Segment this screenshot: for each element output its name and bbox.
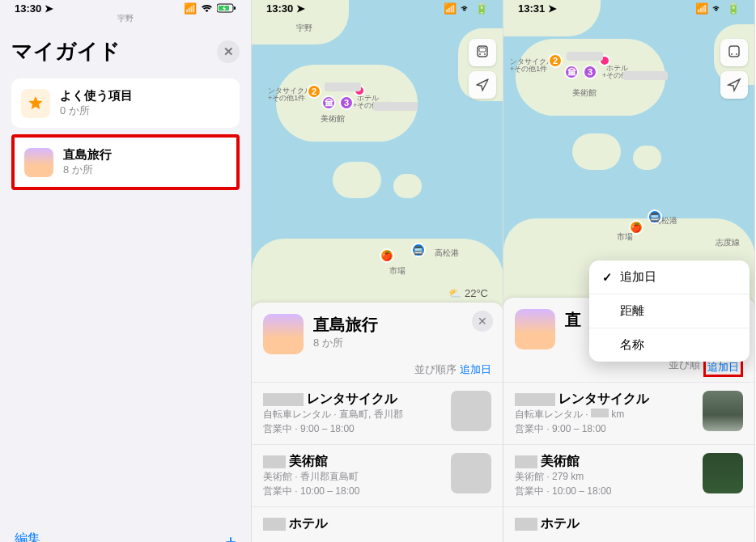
- place-meta: 自転車レンタル · km: [515, 408, 694, 421]
- place-row[interactable]: 美術館 美術館 · 香川郡直島町 営業中 · 10:00 – 18:00: [252, 444, 503, 506]
- place-hours: 営業中 · 10:00 – 18:00: [515, 485, 694, 498]
- wifi-icon: ᯤ: [461, 2, 471, 15]
- place-meta: 自転車レンタル · 直島町, 香川郡: [263, 408, 443, 421]
- map-pin-museum-icon[interactable]: 🏛: [321, 95, 336, 110]
- place-hours: 営業中 · 9:00 – 18:00: [515, 422, 694, 436]
- star-icon: [21, 89, 50, 118]
- place-name: レンタサイクル: [559, 391, 649, 408]
- sort-option-date[interactable]: ✓追加日: [589, 260, 750, 294]
- locate-button[interactable]: [469, 71, 496, 99]
- sort-order-label: 並び順序: [414, 362, 457, 377]
- guide-thumbnail: [24, 148, 53, 177]
- location-arrow-icon: ➤: [45, 2, 53, 15]
- transit-button[interactable]: [469, 39, 496, 66]
- battery-icon: 🔋: [727, 2, 740, 15]
- guide-sheet: 直島旅行 8 か所 ✕ 並び順序 追加日 レンタサイクル 自転車レンタル · 直…: [252, 303, 503, 542]
- svg-rect-2: [234, 6, 236, 10]
- close-button[interactable]: ✕: [217, 40, 240, 63]
- guide-count: 8 か所: [63, 163, 112, 177]
- status-bar: 13:30➤ 📶ᯤ🔋: [252, 0, 503, 16]
- wifi-icon: [201, 4, 213, 13]
- map-view[interactable]: 13:30➤ 📶ᯤ🔋 宇野 美術館 ンタサイクル +その他1件 ホテル +その他…: [252, 0, 503, 307]
- checkmark-icon: ✓: [602, 270, 614, 285]
- guide-label: 直島旅行: [63, 147, 112, 163]
- svg-rect-6: [479, 48, 486, 52]
- place-thumbnail: [451, 391, 491, 431]
- map-label-museum: 美術館: [321, 113, 345, 125]
- svg-point-4: [479, 53, 481, 55]
- battery-icon: [217, 3, 236, 13]
- weather-chip: ⛅22°C: [448, 287, 488, 299]
- transit-button[interactable]: [720, 39, 748, 66]
- sheet-title: 直: [565, 309, 581, 331]
- svg-rect-7: [729, 46, 739, 57]
- place-name: 美術館: [289, 453, 328, 470]
- place-name: ホテル: [289, 515, 328, 532]
- guide-sheet: ✓追加日 距離 名称 直 並び順 追加日 レンタサイクル 自転車レンタル · k…: [503, 298, 754, 542]
- edit-button[interactable]: 編集: [15, 531, 40, 542]
- sort-option-distance[interactable]: 距離: [589, 294, 750, 328]
- favorites-item[interactable]: よく使う項目 0 か所: [11, 78, 240, 128]
- status-bar: 13:31➤ 📶ᯤ🔋: [503, 0, 754, 16]
- map-pin-museum-icon[interactable]: 🏛: [564, 65, 579, 79]
- map-label-takamatsu: 高松港: [435, 248, 459, 259]
- signal-icon: 📶: [444, 2, 457, 15]
- sheet-thumbnail: [263, 314, 304, 354]
- sheet-close-button[interactable]: ✕: [472, 311, 493, 332]
- place-row[interactable]: レンタサイクル 自転車レンタル · 直島町, 香川郡 営業中 · 9:00 – …: [252, 382, 503, 444]
- location-arrow-icon: ➤: [548, 2, 557, 15]
- place-thumbnail: [703, 391, 743, 431]
- battery-icon: 🔋: [475, 2, 488, 15]
- place-row[interactable]: レンタサイクル 自転車レンタル · km 営業中 · 9:00 – 18:00: [503, 382, 754, 444]
- place-name: レンタサイクル: [307, 391, 397, 408]
- signal-icon: 📶: [695, 2, 708, 15]
- page-title: マイガイド: [11, 37, 121, 66]
- place-row[interactable]: 美術館 美術館 · 279 km 営業中 · 10:00 – 18:00: [503, 444, 754, 506]
- guide-item-naoshima[interactable]: 直島旅行 8 か所: [11, 134, 240, 190]
- place-name: ホテル: [541, 515, 580, 532]
- favorites-count: 0 か所: [60, 104, 133, 118]
- svg-point-8: [731, 53, 733, 55]
- favorites-label: よく使う項目: [60, 88, 133, 104]
- place-row[interactable]: ホテル: [503, 506, 754, 540]
- sheet-title: 直島旅行: [313, 314, 378, 336]
- place-hours: 営業中 · 10:00 – 18:00: [263, 485, 443, 498]
- map-label-cycle-extra: +その他1件: [268, 93, 305, 104]
- map-pin-bus-icon[interactable]: 🚍: [648, 210, 662, 224]
- map-pin-3[interactable]: 3: [583, 65, 597, 79]
- phone-panel-2: 13:30➤ 📶ᯤ🔋 宇野 美術館 ンタサイクル +その他1件 ホテル +その他…: [252, 0, 503, 542]
- status-time: 13:30: [15, 2, 41, 15]
- locate-button[interactable]: [720, 71, 748, 99]
- map-pin-market[interactable]: 🍎: [380, 248, 394, 263]
- status-town: 宇野: [0, 13, 251, 24]
- sort-popover: ✓追加日 距離 名称: [589, 260, 750, 362]
- place-meta: 美術館 · 279 km: [515, 470, 694, 484]
- sheet-thumbnail: [515, 309, 555, 349]
- sheet-subtitle: 8 か所: [313, 336, 378, 350]
- map-pin-market[interactable]: 🍎: [629, 220, 643, 235]
- map-label-uno: 宇野: [296, 23, 312, 34]
- place-thumbnail: [451, 453, 491, 493]
- sort-order-value[interactable]: 追加日: [460, 362, 491, 377]
- map-pin-bus-icon[interactable]: 🚍: [411, 243, 426, 257]
- svg-point-9: [736, 53, 737, 55]
- map-pin-2[interactable]: 2: [548, 53, 563, 68]
- redacted-text: [263, 455, 286, 468]
- signal-icon: 📶: [184, 2, 197, 15]
- phone-panel-3: 13:31➤ 📶ᯤ🔋 美術館 ンタサイクル +その他1件 ホテル +その他2件 …: [503, 0, 755, 542]
- redacted-text: [263, 393, 304, 406]
- map-pin-3[interactable]: 3: [339, 95, 354, 110]
- map-label-ichiba: 市場: [389, 265, 406, 277]
- place-thumbnail: [703, 453, 743, 493]
- place-row[interactable]: ホテル: [252, 506, 503, 540]
- sort-order-value[interactable]: 追加日: [707, 361, 739, 373]
- place-meta: 美術館 · 香川郡直島町: [263, 470, 443, 484]
- phone-panel-1: 13:30➤ 📶 宇野 マイガイド ✕ よく使う項目 0 か所 直島旅行 8 か…: [0, 0, 252, 542]
- add-button[interactable]: +: [225, 531, 236, 542]
- map-pin-2[interactable]: 2: [307, 84, 321, 99]
- sort-option-name[interactable]: 名称: [589, 328, 750, 362]
- place-hours: 営業中 · 9:00 – 18:00: [263, 422, 443, 436]
- location-arrow-icon: ➤: [296, 2, 305, 15]
- svg-point-5: [484, 53, 486, 55]
- wifi-icon: ᯤ: [712, 2, 723, 15]
